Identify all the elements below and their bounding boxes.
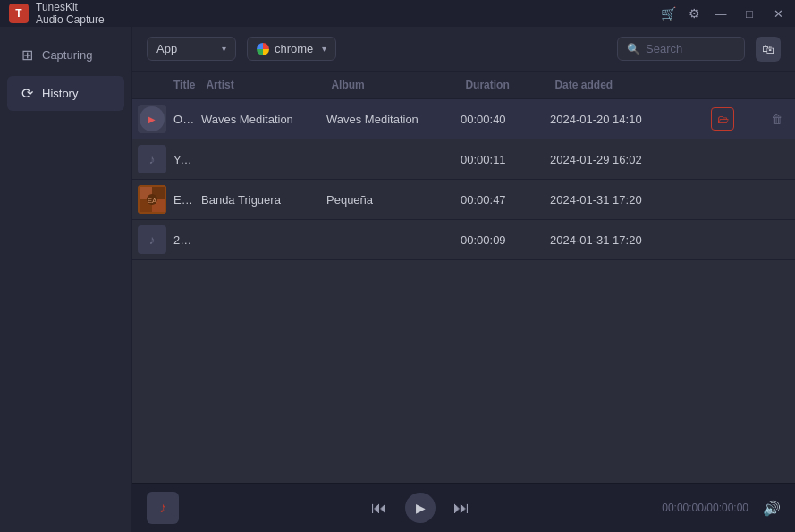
sidebar-item-history[interactable]: ⟳ History bbox=[7, 76, 124, 111]
chevron-down-icon: ▾ bbox=[222, 44, 226, 54]
th-duration: Duration bbox=[460, 79, 549, 91]
track-thumbnail: ♪ bbox=[138, 225, 166, 254]
app-dropdown-label: App bbox=[156, 42, 177, 55]
track-thumbnail: ▶ bbox=[138, 105, 166, 133]
sidebar: ⊞ Capturing ⟳ History bbox=[0, 27, 132, 532]
player-thumbnail: ♪ bbox=[147, 492, 179, 524]
search-box[interactable]: 🔍 bbox=[617, 37, 745, 61]
table-row: ▶ Ocean At A Distance Waves Meditation W… bbox=[132, 99, 795, 139]
td-date-added: 2024-01-31 17:20 bbox=[545, 193, 706, 207]
player-controls: ⏮ ▶ ⏭ bbox=[193, 493, 647, 523]
chrome-dropdown-label: chrome bbox=[275, 42, 313, 55]
td-actions: 🗁 bbox=[706, 107, 759, 131]
time-display: 00:00:00/00:00:00 bbox=[662, 502, 748, 514]
td-title: El Ajo bbox=[168, 193, 196, 207]
delete-button[interactable]: 🗑 bbox=[765, 107, 788, 131]
td-title: 20240131171822469 bbox=[168, 233, 196, 247]
store-button[interactable]: 🛍 bbox=[756, 37, 781, 62]
player-bar: ♪ ⏮ ▶ ⏭ 00:00:00/00:00:00 🔊 bbox=[132, 483, 795, 532]
volume-icon[interactable]: 🔊 bbox=[763, 500, 781, 517]
next-button[interactable]: ⏭ bbox=[453, 499, 469, 518]
td-duration: 00:00:09 bbox=[455, 233, 545, 247]
td-artist: Banda Triguera bbox=[196, 193, 321, 207]
close-button[interactable]: ✕ bbox=[770, 5, 786, 21]
track-thumbnail: EA bbox=[138, 185, 166, 214]
td-date-added: 2024-01-31 17:20 bbox=[545, 233, 706, 247]
td-thumb: EA bbox=[132, 185, 168, 214]
history-icon: ⟳ bbox=[21, 85, 33, 102]
open-folder-button[interactable]: 🗁 bbox=[711, 107, 734, 131]
minimize-button[interactable]: — bbox=[713, 5, 729, 21]
td-duration: 00:00:11 bbox=[455, 153, 545, 166]
play-icon: ▶ bbox=[416, 501, 426, 515]
titlebar-left: T TunesKit Audio Capture bbox=[9, 1, 105, 27]
play-pause-button[interactable]: ▶ bbox=[405, 493, 436, 523]
td-delete: 🗑 bbox=[759, 107, 795, 131]
content-area: App ▾ chrome ▾ 🔍 🛍 Title Artist Album bbox=[132, 27, 795, 532]
sidebar-item-label: History bbox=[42, 87, 78, 100]
main-layout: ⊞ Capturing ⟳ History App ▾ chrome ▾ 🔍 bbox=[0, 27, 795, 532]
td-date-added: 2024-01-29 16:02 bbox=[545, 153, 706, 166]
sidebar-item-label: Capturing bbox=[42, 48, 92, 62]
th-title: Title bbox=[168, 79, 200, 91]
th-date-added: Date added bbox=[549, 79, 710, 91]
chrome-dropdown[interactable]: chrome ▾ bbox=[247, 37, 336, 61]
row-actions: 🗁 bbox=[711, 107, 754, 131]
th-artist: Artist bbox=[200, 79, 326, 91]
td-artist: Waves Meditation bbox=[196, 113, 321, 126]
prev-button[interactable]: ⏮ bbox=[371, 499, 387, 518]
table-header: Title Artist Album Duration Date added bbox=[132, 72, 795, 99]
toolbar: App ▾ chrome ▾ 🔍 🛍 bbox=[132, 27, 795, 72]
titlebar-controls: 🛒 ⚙ — □ ✕ bbox=[661, 5, 786, 21]
td-duration: 00:00:40 bbox=[455, 113, 545, 126]
td-date-added: 2024-01-20 14:10 bbox=[545, 113, 706, 126]
td-title: YouTube bbox=[168, 153, 196, 166]
td-title: Ocean At A Distance bbox=[168, 113, 196, 126]
td-thumb: ▶ bbox=[132, 105, 168, 133]
music-note-icon: ♪ bbox=[159, 500, 166, 516]
titlebar: T TunesKit Audio Capture 🛒 ⚙ — □ ✕ bbox=[0, 0, 795, 27]
table-area: Title Artist Album Duration Date added ▶… bbox=[132, 72, 795, 483]
cart-icon[interactable]: 🛒 bbox=[661, 6, 676, 21]
sidebar-item-capturing[interactable]: ⊞ Capturing bbox=[7, 38, 124, 72]
play-icon: ▶ bbox=[140, 106, 165, 131]
track-thumbnail: ♪ bbox=[138, 145, 166, 173]
search-input[interactable] bbox=[646, 42, 735, 55]
chevron-down-icon-2: ▾ bbox=[322, 44, 326, 54]
capturing-icon: ⊞ bbox=[21, 46, 33, 63]
table-row: ♪ 20240131171822469 00:00:09 2024-01-31 … bbox=[132, 220, 795, 260]
table-row: EA El Ajo Banda Triguera Pequeña 00:00:4… bbox=[132, 180, 795, 220]
td-thumb: ♪ bbox=[132, 145, 168, 173]
app-dropdown[interactable]: App ▾ bbox=[147, 37, 236, 61]
app-name: TunesKit Audio Capture bbox=[36, 1, 105, 27]
app-logo: T bbox=[9, 4, 29, 23]
td-thumb: ♪ bbox=[132, 225, 168, 254]
svg-text:EA: EA bbox=[148, 197, 157, 205]
table-row: ♪ YouTube 00:00:11 2024-01-29 16:02 bbox=[132, 139, 795, 180]
chrome-icon bbox=[257, 43, 269, 55]
maximize-button[interactable]: □ bbox=[741, 5, 757, 21]
settings-icon[interactable]: ⚙ bbox=[689, 6, 700, 21]
td-album: Pequeña bbox=[321, 193, 455, 207]
th-album: Album bbox=[326, 79, 460, 91]
search-icon: 🔍 bbox=[627, 43, 640, 55]
td-album: Waves Meditation bbox=[321, 113, 455, 126]
td-duration: 00:00:47 bbox=[455, 193, 545, 207]
